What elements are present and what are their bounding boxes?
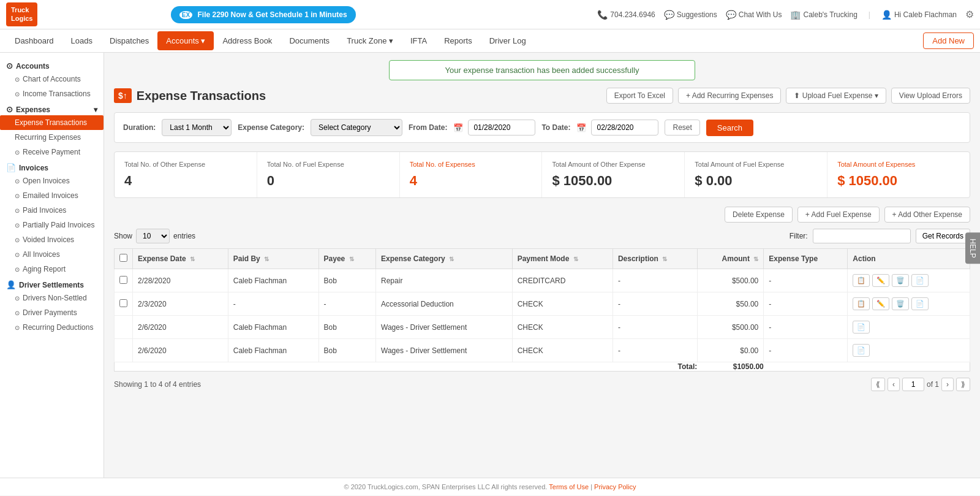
sidebar-item-recurring-deductions[interactable]: ⊙ Recurring Deductions [0, 320, 104, 335]
driver-settlements-icon: 👤 [6, 280, 16, 289]
sidebar-item-voided-invoices[interactable]: ⊙ Voided Invoices [0, 232, 104, 247]
header-actions: Export To Excel + Add Recurring Expenses… [606, 88, 970, 104]
header-paid-by[interactable]: Paid By ⇅ [228, 249, 318, 269]
to-date-input[interactable] [591, 120, 658, 135]
sidebar-item-expense-transactions[interactable]: Expense Transactions [0, 115, 104, 130]
header-expense-category[interactable]: Expense Category ⇅ [376, 249, 513, 269]
sidebar-item-emailed-invoices[interactable]: ⊙ Emailed Invoices [0, 188, 104, 203]
nav-address-book[interactable]: Address Book [214, 31, 281, 50]
export-excel-button[interactable]: Export To Excel [606, 88, 673, 104]
last-page-button[interactable]: ⟫ [956, 378, 970, 391]
user-item[interactable]: 👤 Hi Caleb Flachman [881, 10, 957, 20]
row-action-button[interactable]: ✏️ [872, 297, 889, 310]
duration-label: Duration: [123, 123, 156, 132]
add-other-expense-button[interactable]: + Add Other Expense [884, 207, 970, 223]
sidebar-item-aging-report[interactable]: ⊙ Aging Report [0, 262, 104, 277]
next-page-button[interactable]: › [941, 378, 954, 391]
row-action-button[interactable]: 📄 [853, 344, 870, 357]
row-action-button[interactable]: ✏️ [872, 274, 889, 287]
nav-reports[interactable]: Reports [435, 31, 481, 50]
sidebar-item-receive-payment[interactable]: ⊙ Receive Payment [0, 145, 104, 159]
chat-item[interactable]: 💬 Chat With Us [726, 10, 782, 20]
phone-icon: 📞 [597, 10, 608, 20]
sidebar-item-paid-invoices[interactable]: ⊙ Paid Invoices [0, 203, 104, 218]
help-tab[interactable]: HELP [965, 232, 980, 264]
cell-payment_mode: CHECK [512, 292, 612, 316]
page-number-input[interactable] [902, 378, 924, 391]
view-errors-button[interactable]: View Upload Errors [891, 88, 970, 104]
row-action-button[interactable]: 🗑️ [892, 297, 909, 310]
header-expense-date[interactable]: Expense Date ⇅ [133, 249, 228, 269]
sidebar-section-driver-settlements[interactable]: 👤 Driver Settlements [0, 277, 104, 291]
row-checkbox[interactable] [119, 299, 127, 307]
prev-page-button[interactable]: ‹ [888, 378, 900, 391]
header-description[interactable]: Description ⇅ [612, 249, 697, 269]
header-payment-mode[interactable]: Payment Mode ⇅ [512, 249, 612, 269]
filter-input[interactable] [813, 229, 911, 243]
nav-dispatches[interactable]: Dispatches [101, 31, 157, 50]
get-records-button[interactable]: Get Records [916, 229, 970, 243]
sidebar-section-accounts[interactable]: ⊙ Accounts [0, 58, 104, 72]
terms-link[interactable]: Terms of Use [549, 483, 589, 490]
row-checkbox[interactable] [119, 276, 127, 284]
cell-expense_type: - [764, 292, 848, 316]
add-recurring-button[interactable]: + Add Recurring Expenses [678, 88, 781, 104]
duration-select[interactable]: Last 1 Month Last 3 Months Last 6 Months… [162, 119, 232, 136]
sidebar-item-income-transactions[interactable]: ⊙ Income Transactions [0, 86, 104, 101]
nav-driver-log[interactable]: Driver Log [481, 31, 535, 50]
sidebar-item-drivers-non-settled[interactable]: ⊙ Drivers Non-Settled [0, 291, 104, 305]
cell-payee: Bob [318, 269, 376, 292]
sidebar-item-partially-paid-invoices[interactable]: ⊙ Partially Paid Invoices [0, 218, 104, 232]
cell-amount: $50.00 [697, 292, 764, 316]
header-payee[interactable]: Payee ⇅ [318, 249, 376, 269]
row-action-button[interactable]: 📄 [911, 297, 929, 310]
nav-dashboard[interactable]: Dashboard [6, 31, 62, 50]
bullet-icon: ⊙ [15, 295, 20, 302]
delete-expense-button[interactable]: Delete Expense [725, 207, 793, 223]
suggestions-item[interactable]: 💬 Suggestions [664, 10, 717, 20]
add-new-button[interactable]: Add New [923, 32, 974, 49]
cell-expense_type: - [764, 316, 848, 339]
nav-documents[interactable]: Documents [281, 31, 338, 50]
sidebar-item-recurring-expenses[interactable]: Recurring Expenses [0, 130, 104, 145]
sidebar-item-all-invoices[interactable]: ⊙ All Invoices [0, 247, 104, 262]
company-item[interactable]: 🏢 Caleb's Trucking [790, 10, 857, 20]
table-body: 2/28/2020Caleb FlachmanBobRepairCREDITCA… [115, 269, 970, 362]
privacy-link[interactable]: Privacy Policy [594, 483, 636, 490]
add-fuel-expense-button[interactable]: + Add Fuel Expense [797, 207, 880, 223]
logo[interactable]: Truck Logics [6, 2, 37, 26]
phone-item[interactable]: 📞 704.234.6946 [597, 10, 655, 20]
pagination: ⟪ ‹ of 1 › ⟫ [871, 378, 970, 391]
sidebar-item-open-invoices[interactable]: ⊙ Open Invoices [0, 174, 104, 188]
bullet-icon: ⊙ [15, 178, 20, 185]
nav-ifta[interactable]: IFTA [402, 31, 435, 50]
row-action-button[interactable]: 📄 [911, 274, 929, 287]
bullet-icon: ⊙ [15, 91, 20, 97]
nav-truck-zone[interactable]: Truck Zone ▾ [338, 31, 402, 50]
nav-accounts[interactable]: Accounts ▾ [157, 31, 214, 50]
row-action-button[interactable]: 📋 [853, 274, 870, 287]
cell-paid_by: Caleb Flachman [228, 339, 318, 362]
row-action-button[interactable]: 🗑️ [892, 274, 909, 287]
search-button[interactable]: Search [706, 120, 753, 136]
cta-button[interactable]: EX File 2290 Now & Get Schedule 1 in Min… [171, 6, 356, 23]
first-page-button[interactable]: ⟪ [871, 378, 885, 391]
settings-icon[interactable]: ⚙ [965, 9, 974, 20]
nav-loads[interactable]: Loads [62, 31, 101, 50]
stat-fuel-count: Total No. of Fuel Expense 0 [257, 152, 400, 197]
show-entries-select[interactable]: 10 25 50 100 [136, 229, 170, 243]
sidebar-item-chart-of-accounts[interactable]: ⊙ Chart of Accounts [0, 72, 104, 86]
upload-fuel-button[interactable]: ⬆ Upload Fuel Expense ▾ [786, 88, 886, 104]
cell-paid_by: Caleb Flachman [228, 316, 318, 339]
row-action-button[interactable]: 📋 [853, 297, 870, 310]
reset-button[interactable]: Reset [665, 120, 699, 135]
category-select[interactable]: Select Category [311, 119, 402, 136]
sidebar-section-invoices[interactable]: 📄 Invoices [0, 159, 104, 174]
sidebar-item-driver-payments[interactable]: ⊙ Driver Payments [0, 305, 104, 320]
header-amount[interactable]: Amount ⇅ [697, 249, 764, 269]
select-all-checkbox[interactable] [119, 254, 127, 262]
sidebar-section-expenses[interactable]: ⊙ Expenses ▾ [0, 101, 104, 115]
total-label: Total: [115, 362, 698, 372]
row-action-button[interactable]: 📄 [853, 321, 870, 334]
from-date-input[interactable] [468, 120, 535, 135]
